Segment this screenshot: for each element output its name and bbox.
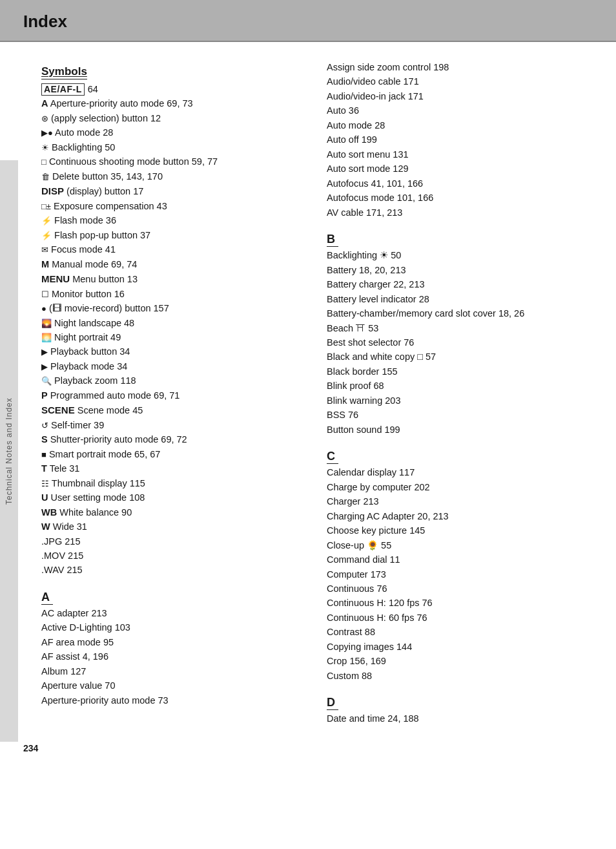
list-item: Continuous H: 60 fps 76 [327, 611, 593, 625]
playback-zoom-icon: 🔍 [41, 376, 52, 386]
smart-portrait-icon: ■ [41, 450, 46, 459]
list-item: Audio/video cable 171 [327, 74, 593, 89]
list-item: DISP (display) button 17 [41, 183, 307, 198]
page-wrapper: Index Technical Notes and Index Symbols … [0, 0, 616, 765]
list-item: ☀ Backlighting 50 [41, 140, 307, 154]
section-b-heading: B [327, 233, 338, 247]
focus-mode-text: Focus mode 41 [51, 244, 116, 255]
list-item: P Programmed auto mode 69, 71 [41, 388, 307, 403]
night-landscape-icon: 🌄 [41, 319, 52, 328]
content-area: Symbols AE/AF-L 64 A Aperture-priority a… [18, 42, 616, 742]
thumbnail-icon: ☷ [41, 479, 49, 488]
section-a-list: AC adapter 213 Active D-Lighting 103 AF … [41, 606, 307, 708]
list-item: Beach ⛩ 53 [327, 321, 593, 335]
list-item: .MOV 215 [41, 549, 307, 563]
footer-bar: 234 [0, 742, 616, 765]
list-item: ⚡ Flash pop-up button 37 [41, 228, 307, 242]
list-item: ☷ Thumbnail display 115 [41, 476, 307, 490]
list-item: Auto mode 28 [327, 118, 593, 132]
wav-text: .WAV 215 [41, 565, 83, 575]
playback-button-icon: ▶ [41, 347, 48, 357]
letter-w-symbol: W [41, 521, 50, 532]
list-item: Active D-Lighting 103 [41, 620, 307, 634]
list-item: Contrast 88 [327, 625, 593, 639]
list-item: ⊛ (apply selection) button 12 [41, 111, 307, 125]
list-item: Copying images 144 [327, 640, 593, 654]
section-a-heading: A [41, 591, 53, 605]
exposure-icon: □± [41, 202, 51, 211]
playback-mode-text: Playback mode 34 [50, 361, 127, 372]
list-item: ⚡ Flash mode 36 [41, 213, 307, 227]
self-timer-icon: ↺ [41, 421, 48, 430]
aperture-priority-text: Aperture-priority auto mode 69, 73 [50, 98, 193, 109]
letter-p-symbol: P [41, 390, 48, 401]
scene-text: Scene mode 45 [77, 405, 143, 415]
white-balance-text: White balance 90 [59, 507, 132, 518]
night-portrait-icon: 🌅 [41, 333, 52, 342]
tele-text: Tele 31 [50, 463, 80, 474]
auto-mode-text: Auto mode 28 [55, 127, 113, 138]
list-item: ● (🎞 movie-record) button 157 [41, 301, 307, 315]
list-item: ☐ Monitor button 16 [41, 287, 307, 301]
list-item: ▶ Playback mode 34 [41, 359, 307, 373]
list-item: Blink warning 203 [327, 393, 593, 408]
flash-popup-icon: ⚡ [41, 231, 52, 240]
menu-text: Menu button 13 [72, 274, 138, 284]
list-item: M Manual mode 69, 74 [41, 257, 307, 271]
list-item: ✉ Focus mode 41 [41, 242, 307, 257]
record-text: (🎞 movie-record) button 157 [49, 303, 169, 313]
list-item: Choose key picture 145 [327, 523, 593, 538]
list-item: ▶● Auto mode 28 [41, 125, 307, 140]
list-item: Black border 155 [327, 364, 593, 379]
list-item: AC adapter 213 [41, 606, 307, 620]
list-item: AF assist 4, 196 [41, 649, 307, 664]
section-c-list: Calendar display 117 Charge by computer … [327, 465, 593, 683]
continuous-icon: □ [41, 157, 46, 167]
monitor-text: Monitor button 16 [52, 289, 125, 299]
letter-s-symbol: S [41, 434, 48, 445]
list-item: Command dial 11 [327, 552, 593, 567]
right-column: Assign side zoom control 198 Audio/video… [327, 58, 593, 729]
list-item: AE/AF-L 64 [41, 82, 307, 96]
list-item: Charge by computer 202 [327, 480, 593, 494]
list-item: Auto sort mode 129 [327, 162, 593, 176]
delete-text: Delete button 35, 143, 170 [52, 171, 163, 182]
list-item: Auto 36 [327, 103, 593, 118]
playback-zoom-text: Playback zoom 118 [54, 375, 136, 386]
list-item: AV cable 171, 213 [327, 205, 593, 220]
smart-portrait-text: Smart portrait mode 65, 67 [49, 449, 160, 459]
top-entries-list: Assign side zoom control 198 Audio/video… [327, 60, 593, 220]
list-item: Crop 156, 169 [327, 654, 593, 668]
list-item: Aperture-priority auto mode 73 [41, 693, 307, 708]
backlighting-text: Backlighting 50 [52, 142, 115, 152]
list-item: Battery 18, 20, 213 [327, 263, 593, 277]
list-item: Album 127 [41, 664, 307, 678]
section-b-list: Backlighting ☀ 50 Battery 18, 20, 213 Ba… [327, 248, 593, 437]
list-item: U User setting mode 108 [41, 490, 307, 505]
list-item: 🌄 Night landscape 48 [41, 316, 307, 330]
list-item: Autofocus 41, 101, 166 [327, 176, 593, 191]
record-icon: ● [41, 304, 46, 313]
auto-icon: ▶● [41, 128, 53, 138]
night-portrait-text: Night portrait 49 [54, 332, 121, 342]
self-timer-text: Self-timer 39 [51, 420, 104, 430]
focus-icon: ✉ [41, 245, 48, 255]
ok-text: (apply selection) button 12 [51, 113, 161, 123]
list-item: Blink proof 68 [327, 379, 593, 393]
sidebar-label: Technical Notes and Index [0, 160, 18, 742]
thumbnail-text: Thumbnail display 115 [52, 478, 145, 488]
exposure-text: Exposure compensation 43 [54, 201, 167, 211]
section-d-list: Date and time 24, 188 [327, 711, 593, 726]
list-item: .JPG 215 [41, 534, 307, 549]
list-item: Battery charger 22, 213 [327, 277, 593, 291]
scene-symbol: SCENE [41, 404, 75, 415]
list-item: Backlighting ☀ 50 [327, 248, 593, 262]
delete-icon: 🗑 [41, 172, 50, 182]
shutter-priority-text: Shutter-priority auto mode 69, 72 [50, 434, 187, 445]
manual-mode-text: Manual mode 69, 74 [52, 259, 137, 269]
list-item: Charging AC Adapter 20, 213 [327, 509, 593, 523]
section-d-heading: D [327, 696, 338, 710]
ae-afl-text: 64 [88, 84, 98, 94]
ae-afl-symbol: AE/AF-L [41, 83, 85, 96]
list-item: BSS 76 [327, 408, 593, 422]
